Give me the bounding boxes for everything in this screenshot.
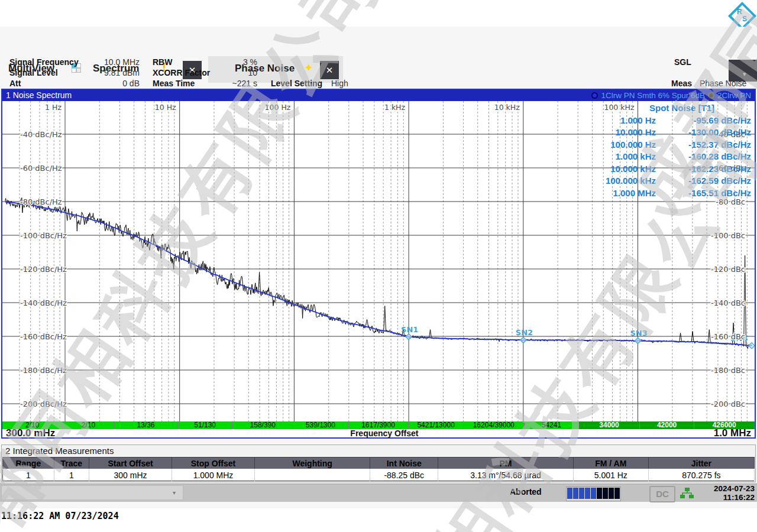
trace1-dot-icon (591, 92, 598, 99)
integrated-measurements-panel: 2 Integrated Measurements RangeTraceStar… (1, 445, 756, 482)
spot-noise-title: Spot Noise [T1] (593, 102, 751, 115)
table-header-cell: Trace (54, 458, 89, 469)
signal-level-value: 9.81 dBm (93, 67, 140, 78)
svg-text:1 kHz: 1 kHz (384, 103, 406, 112)
status-dropdown[interactable]: ▾ (1, 485, 183, 500)
marker-SN1[interactable] (406, 334, 412, 340)
svg-text:-180 dBc/Hz: -180 dBc/Hz (20, 366, 67, 375)
svg-text:-60 dBc/Hz: -60 dBc/Hz (20, 164, 62, 173)
xcorr-factor-value: 10 (225, 67, 257, 78)
table-header-cell: Range (3, 458, 54, 469)
noise-spectrum-titlebar: 1 Noise Spectrum 1Clrw PN Smth 6% Spur 6… (2, 90, 755, 101)
trace-legend: 1Clrw PN Smth 6% Spur 6dB 2Clrw PN (591, 90, 751, 101)
table-header-cell: Stop Offset (172, 458, 255, 469)
table-header-cell: Int Noise (370, 458, 438, 469)
chevron-down-icon: ▾ (743, 70, 746, 78)
svg-text:-40 dBc/Hz: -40 dBc/Hz (20, 130, 62, 139)
noise-spectrum-plot: SN1SN2SN3SN41 Hz10 Hz100 Hz1 kHz10 kHz10… (2, 101, 755, 421)
start-offset-label: 300.0 mHz (6, 429, 55, 437)
progress-segment (614, 488, 620, 499)
xcorr-segment: 13/36 (114, 421, 178, 429)
noise-spectrum-panel: 1 Noise Spectrum 1Clrw PN Smth 6% Spur 6… (1, 89, 756, 439)
status-date: 2024-07-23 (714, 484, 755, 493)
xcorr-segment: 539/1300 (293, 421, 348, 429)
meas-value: Phase Noise (700, 78, 756, 89)
svg-text:-100 dBc: -100 dBc (711, 231, 745, 240)
stop-offset-label: 1.0 MHz (714, 429, 751, 437)
sgl-indicator: SGL (674, 57, 691, 67)
close-phase-noise-tab-button[interactable]: ✕ (320, 61, 339, 79)
table-cell (254, 469, 370, 481)
table-cell: 870.275 fs (648, 469, 754, 481)
level-setting-value: High (331, 78, 367, 89)
measurement-progress-bar (566, 486, 621, 501)
svg-text:SN2: SN2 (516, 328, 533, 337)
table-header-cell: FM / AM (573, 458, 648, 469)
table-row[interactable]: 11300 mHz1.000 MHz-88.25 dBc3.13 m°/54.6… (3, 469, 755, 481)
chevron-down-icon: ▾ (173, 489, 176, 496)
xcorr-segment: 16204/39000 (464, 421, 525, 429)
rbw-value: 3 % (225, 57, 257, 67)
att-label: Att (9, 78, 21, 89)
progress-segment (567, 488, 572, 499)
svg-text:-140 dBc/Hz: -140 dBc/Hz (20, 299, 67, 307)
svg-text:-140 dBc: -140 dBc (711, 299, 745, 307)
measurement-status: Aborted (510, 487, 542, 497)
star-icon: ✦ (304, 61, 313, 74)
trace2-label: 2Clrw PN (717, 90, 751, 101)
signal-level-label: Signal Level (9, 67, 58, 78)
svg-text:-180 dBc: -180 dBc (711, 366, 745, 375)
svg-text:-200 dBc/Hz: -200 dBc/Hz (20, 400, 67, 408)
dc-coupling-button[interactable]: DC (649, 486, 675, 502)
svg-text:-80 dBc/Hz: -80 dBc/Hz (20, 197, 62, 206)
svg-text:-160 dBc/Hz: -160 dBc/Hz (20, 332, 67, 341)
noise-spectrum-title: 1 Noise Spectrum (6, 90, 72, 100)
svg-text:SN3: SN3 (630, 329, 648, 338)
spot-noise-row: 10.000 kHz-162.23 dBc/Hz (593, 163, 751, 176)
table-header-cell: Jitter (648, 458, 754, 469)
network-status-icon (680, 487, 694, 499)
table-cell: 3.13 m°/54.68 µrad (438, 469, 574, 481)
signal-frequency-label: Signal Frequency (9, 57, 79, 67)
marker-SN4[interactable] (749, 343, 755, 349)
progress-segment (579, 488, 584, 499)
x-axis-title: Frequency Offset (350, 429, 418, 437)
progress-segment (597, 488, 602, 499)
table-header-cell: Weighting (254, 458, 370, 469)
svg-text:100 Hz: 100 Hz (265, 103, 291, 112)
svg-text:1 Hz: 1 Hz (45, 103, 62, 112)
table-cell: 1 (54, 469, 89, 481)
app-window: MultiView Spectrum ! ✕ Phase Noise ✦ ✕ ▾… (0, 27, 757, 508)
rs-logo: R S (725, 2, 757, 30)
progress-segment (603, 488, 608, 499)
svg-text:-200 dBc: -200 dBc (711, 400, 745, 408)
spot-noise-row: 100.000 kHz-162.59 dBc/Hz (593, 175, 751, 187)
table-cell: 1 (3, 469, 54, 481)
rbw-label: RBW (153, 57, 172, 67)
progress-segment (573, 488, 578, 499)
spot-noise-table: Spot Noise [T1] 1.000 Hz-95.69 dBc/Hz10.… (593, 102, 751, 199)
svg-text:10 Hz: 10 Hz (155, 103, 176, 112)
svg-text:-120 dBc: -120 dBc (711, 265, 745, 274)
xcorr-segment: 158/390 (232, 421, 293, 429)
table-cell: -88.25 dBc (370, 469, 438, 481)
integrated-measurements-title: 2 Integrated Measurements (2, 445, 755, 457)
xcorr-segment: 34000 (579, 421, 640, 429)
table-header-cell: PM (438, 458, 574, 469)
spot-noise-row: 100.000 Hz-152.37 dBc/Hz (593, 139, 751, 151)
integrated-measurements-table: RangeTraceStart OffsetStop OffsetWeighti… (2, 457, 755, 481)
level-setting-label: Level Setting (271, 78, 322, 89)
xcorr-segment: 2/10 (63, 421, 115, 429)
status-time: 11:16:22 (714, 493, 755, 502)
marker-SN3[interactable] (635, 338, 641, 343)
signal-frequency-value: 10.0 MHz (93, 57, 140, 67)
meas-time-value: ~221 s (225, 78, 257, 89)
marker-SN2[interactable] (520, 337, 526, 343)
table-cell: 5.001 Hz (573, 469, 648, 481)
status-bar: ▾ Aborted DC 2024-07-23 11:16:22 (0, 484, 757, 502)
svg-text:10 kHz: 10 kHz (494, 103, 520, 112)
xcorr-segment: 54241 (525, 421, 580, 429)
rs-logo-letter-r: R (737, 8, 742, 16)
svg-text:-100 dBc/Hz: -100 dBc/Hz (20, 231, 67, 240)
date-time-display: 2024-07-23 11:16:22 (714, 484, 755, 502)
